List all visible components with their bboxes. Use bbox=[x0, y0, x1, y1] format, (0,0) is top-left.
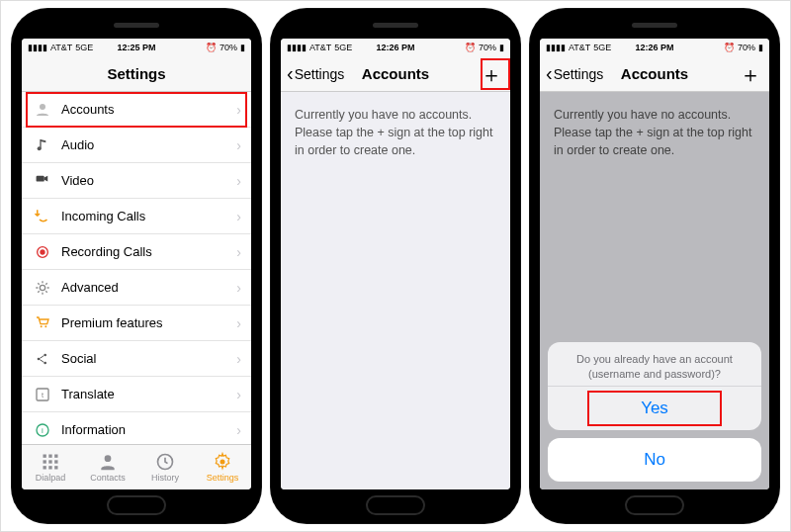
alarm-icon: ⏰ bbox=[465, 43, 476, 52]
page-title: Accounts bbox=[362, 65, 429, 82]
svg-rect-20 bbox=[54, 455, 57, 458]
no-button[interactable]: No bbox=[548, 438, 761, 482]
row-premium[interactable]: Premium features › bbox=[22, 306, 251, 341]
svg-point-1 bbox=[38, 146, 42, 150]
signal-icon: ▮▮▮▮ bbox=[28, 43, 47, 52]
row-social[interactable]: Social › bbox=[22, 341, 251, 377]
chevron-right-icon: › bbox=[236, 351, 241, 367]
phone-speaker bbox=[373, 23, 418, 28]
action-sheet: Do you already have an account (username… bbox=[548, 342, 761, 482]
accounts-content: Currently you have no accounts. Please t… bbox=[281, 92, 510, 489]
svg-point-9 bbox=[44, 353, 46, 356]
prompt-line: Do you already have an account bbox=[568, 352, 742, 367]
chevron-left-icon: ‹ bbox=[546, 62, 553, 85]
battery-label: 70% bbox=[738, 43, 755, 52]
row-advanced[interactable]: Advanced › bbox=[22, 270, 251, 306]
chevron-right-icon: › bbox=[236, 137, 241, 153]
time-label: 12:25 PM bbox=[117, 43, 155, 52]
cart-icon bbox=[32, 315, 53, 331]
share-icon bbox=[32, 351, 53, 367]
tab-bar: Dialpad Contacts History Settings bbox=[22, 444, 251, 489]
add-button[interactable]: ＋ bbox=[481, 60, 502, 90]
svg-rect-26 bbox=[54, 466, 57, 469]
battery-label: 70% bbox=[220, 43, 237, 52]
svg-rect-24 bbox=[44, 466, 46, 469]
svg-point-5 bbox=[40, 285, 44, 290]
battery-label: 70% bbox=[479, 43, 496, 52]
row-recording[interactable]: Recording Calls › bbox=[22, 234, 251, 270]
alarm-icon: ⏰ bbox=[206, 43, 217, 52]
tab-dialpad[interactable]: Dialpad bbox=[22, 445, 79, 489]
home-button[interactable] bbox=[107, 495, 166, 515]
no-label: No bbox=[644, 450, 665, 469]
svg-rect-18 bbox=[44, 455, 46, 458]
page-title: Accounts bbox=[621, 65, 688, 82]
svg-point-29 bbox=[220, 460, 225, 465]
row-label: Social bbox=[61, 351, 96, 366]
row-incoming[interactable]: Incoming Calls › bbox=[22, 199, 251, 234]
incoming-icon bbox=[32, 208, 53, 225]
chevron-right-icon: › bbox=[236, 244, 241, 260]
back-button[interactable]: ‹ Settings bbox=[287, 62, 344, 85]
svg-text:t: t bbox=[42, 390, 44, 399]
accounts-content: Currently you have no accounts. Please t… bbox=[540, 92, 769, 489]
back-button[interactable]: ‹ Settings bbox=[546, 62, 603, 85]
svg-point-10 bbox=[44, 361, 46, 364]
navbar: ‹ Settings Accounts ＋ bbox=[540, 56, 769, 92]
svg-text:i: i bbox=[42, 425, 44, 434]
gear-icon bbox=[32, 280, 53, 296]
tab-history[interactable]: History bbox=[136, 445, 194, 489]
svg-rect-23 bbox=[54, 460, 57, 463]
phone-accounts-empty: ▮▮▮▮ AT&T 5GE 12:26 PM ⏰ 70% ▮ ‹ Setting… bbox=[271, 9, 520, 523]
battery-icon: ▮ bbox=[240, 43, 245, 52]
svg-rect-2 bbox=[37, 175, 44, 181]
row-label: Advanced bbox=[61, 280, 119, 295]
tab-label: Settings bbox=[207, 473, 239, 483]
svg-rect-22 bbox=[48, 460, 51, 463]
home-button[interactable] bbox=[366, 495, 425, 515]
tab-label: History bbox=[151, 473, 179, 483]
phone-settings: ▮▮▮▮ AT&T 5GE 12:25 PM ⏰ 70% ▮ Settings bbox=[12, 9, 261, 523]
phone-speaker bbox=[632, 23, 677, 28]
yes-button[interactable]: Yes bbox=[548, 386, 761, 430]
audio-icon bbox=[32, 137, 53, 153]
screen-accounts: ▮▮▮▮ AT&T 5GE 12:26 PM ⏰ 70% ▮ ‹ Setting… bbox=[281, 39, 510, 489]
info-icon: i bbox=[32, 422, 53, 438]
tab-contacts[interactable]: Contacts bbox=[79, 445, 136, 489]
row-information[interactable]: i Information › bbox=[22, 412, 251, 444]
battery-icon: ▮ bbox=[499, 43, 504, 52]
svg-rect-25 bbox=[48, 466, 51, 469]
svg-point-0 bbox=[40, 104, 45, 110]
battery-icon: ▮ bbox=[758, 43, 763, 52]
chevron-right-icon: › bbox=[236, 422, 241, 438]
row-label: Audio bbox=[61, 137, 94, 152]
carrier-label: AT&T bbox=[569, 43, 590, 52]
chevron-right-icon: › bbox=[236, 280, 241, 296]
empty-line: Currently you have no accounts. bbox=[295, 106, 496, 124]
navbar: Settings bbox=[22, 56, 251, 92]
row-video[interactable]: Video › bbox=[22, 163, 251, 199]
phone-speaker bbox=[114, 23, 159, 28]
add-button[interactable]: ＋ bbox=[740, 60, 761, 90]
row-accounts[interactable]: Accounts › bbox=[22, 92, 251, 128]
svg-point-8 bbox=[38, 357, 41, 360]
row-translate[interactable]: t Translate › bbox=[22, 377, 251, 412]
svg-point-4 bbox=[40, 249, 44, 254]
chevron-right-icon: › bbox=[236, 209, 241, 224]
prompt-line: (username and password)? bbox=[568, 367, 742, 382]
chevron-right-icon: › bbox=[236, 387, 241, 402]
home-button[interactable] bbox=[625, 495, 684, 515]
network-label: 5GE bbox=[334, 43, 352, 52]
row-audio[interactable]: Audio › bbox=[22, 128, 251, 163]
svg-rect-19 bbox=[48, 455, 51, 458]
row-label: Premium features bbox=[61, 315, 163, 330]
network-label: 5GE bbox=[75, 43, 93, 52]
row-label: Accounts bbox=[61, 102, 114, 117]
tab-settings[interactable]: Settings bbox=[194, 445, 251, 489]
row-label: Video bbox=[61, 173, 94, 188]
time-label: 12:26 PM bbox=[635, 43, 673, 52]
signal-icon: ▮▮▮▮ bbox=[287, 43, 307, 52]
empty-message: Currently you have no accounts. Please t… bbox=[281, 92, 510, 173]
svg-rect-21 bbox=[44, 460, 46, 463]
yes-label: Yes bbox=[641, 399, 668, 417]
